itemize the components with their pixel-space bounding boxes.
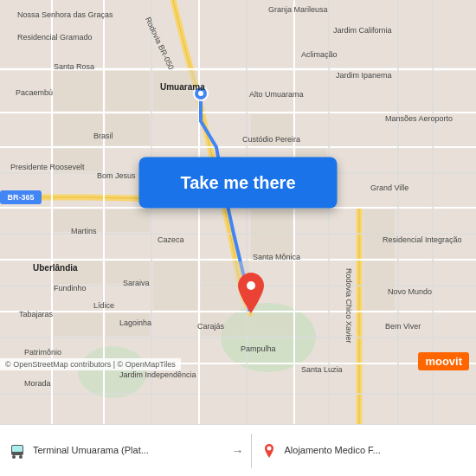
to-item: Alojamento Medico F... [252, 425, 477, 476]
svg-text:BR-365: BR-365 [7, 193, 34, 202]
svg-point-57 [267, 446, 271, 450]
bottom-bar: Terminal Umuarama (Plat... → Alojamento … [0, 424, 476, 476]
svg-rect-28 [153, 71, 197, 111]
svg-rect-29 [54, 114, 102, 145]
svg-rect-42 [106, 313, 150, 336]
svg-rect-32 [54, 149, 102, 171]
svg-point-52 [247, 281, 255, 290]
direction-arrow: → [232, 444, 244, 458]
svg-point-51 [198, 91, 203, 96]
svg-rect-26 [54, 71, 102, 111]
svg-rect-39 [153, 261, 197, 310]
svg-rect-36 [251, 209, 293, 258]
svg-point-56 [19, 455, 23, 459]
map-attribution: © OpenStreetMap contributors | © OpenMap… [0, 358, 181, 370]
moovit-logo: moovit [418, 352, 469, 370]
svg-point-55 [12, 455, 16, 459]
svg-rect-27 [106, 71, 150, 111]
svg-rect-44 [251, 313, 293, 336]
svg-rect-35 [106, 209, 150, 232]
bus-icon [9, 442, 26, 460]
to-label: Alojamento Medico F... [285, 444, 381, 456]
svg-point-2 [78, 346, 147, 398]
destination-icon [261, 442, 278, 460]
svg-rect-31 [251, 114, 293, 145]
map-container: BR-365 Nossa Senhora das Graças Residenc… [0, 0, 476, 424]
svg-rect-38 [106, 261, 150, 284]
from-label: Terminal Umuarama (Plat... [33, 444, 149, 456]
svg-rect-30 [106, 114, 150, 145]
svg-rect-46 [363, 261, 395, 310]
svg-rect-54 [12, 446, 23, 452]
take-me-there-button[interactable]: Take me there [138, 157, 337, 208]
svg-rect-34 [54, 209, 102, 232]
svg-rect-41 [54, 313, 102, 336]
svg-rect-43 [201, 313, 249, 336]
from-item: Terminal Umuarama (Plat... [0, 425, 225, 476]
svg-rect-45 [363, 209, 395, 258]
svg-rect-37 [54, 261, 102, 284]
